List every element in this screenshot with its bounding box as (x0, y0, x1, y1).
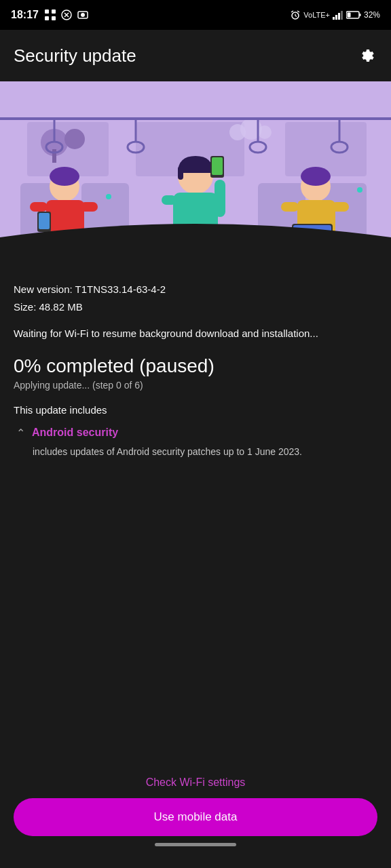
status-icons-right: VoLTE+ 32% (290, 9, 380, 20)
hero-image (0, 81, 391, 264)
svg-rect-10 (338, 13, 340, 20)
svg-point-66 (357, 187, 362, 193)
svg-rect-2 (45, 16, 49, 20)
battery-percent: 32% (364, 10, 380, 20)
alarm-icon (290, 9, 301, 20)
security-description: includes updates of Android security pat… (16, 445, 377, 459)
svg-rect-44 (80, 202, 98, 212)
nfc-icon (60, 9, 73, 21)
screen-record-icon (77, 9, 89, 21)
security-section: ⌃ Android security includes updates of A… (14, 427, 377, 459)
svg-rect-55 (162, 195, 176, 205)
svg-rect-3 (52, 16, 56, 20)
svg-rect-48 (178, 166, 183, 180)
update-includes-label: This update includes (14, 404, 377, 416)
svg-rect-1 (52, 9, 56, 14)
svg-rect-9 (335, 15, 337, 20)
svg-rect-0 (45, 9, 49, 14)
network-type: VoLTE+ (303, 11, 330, 19)
transit-illustration-svg (0, 81, 391, 264)
home-indicator (155, 843, 236, 846)
app-header: Security update (0, 30, 391, 81)
svg-rect-8 (333, 17, 335, 20)
battery-icon (346, 11, 361, 19)
page-title: Security update (14, 45, 136, 66)
signal-icon (333, 10, 343, 20)
svg-rect-62 (331, 202, 349, 212)
bottom-section: Check Wi-Fi settings Use mobile data (0, 766, 391, 868)
progress-step-text: Applying update... (step 0 of 6) (14, 380, 377, 391)
svg-point-24 (258, 125, 272, 139)
content-area: New version: T1TNS33.14-63-4-2 Size: 48.… (0, 264, 391, 459)
svg-point-57 (301, 167, 331, 186)
svg-point-65 (106, 194, 111, 199)
svg-rect-11 (341, 11, 343, 20)
wifi-settings-link[interactable]: Check Wi-Fi settings (14, 776, 377, 789)
svg-point-39 (50, 167, 79, 186)
gear-icon (357, 46, 376, 65)
android-security-title: Android security (32, 427, 118, 439)
svg-point-6 (81, 13, 85, 17)
svg-point-21 (64, 129, 85, 149)
mobile-data-button[interactable]: Use mobile data (14, 798, 377, 836)
version-text: New version: T1TNS33.14-63-4-2 (14, 281, 377, 298)
status-bar: 18:17 (0, 0, 391, 30)
progress-percentage: 0% completed (paused) (14, 355, 377, 377)
chevron-up-icon: ⌃ (16, 427, 25, 439)
size-text: Size: 48.82 MB (14, 298, 377, 316)
svg-rect-13 (359, 14, 360, 16)
security-header[interactable]: ⌃ Android security (16, 427, 377, 439)
svg-rect-20 (52, 149, 56, 163)
grid-icon (44, 9, 56, 21)
svg-rect-43 (30, 202, 48, 212)
wifi-waiting-text: Waiting for Wi-Fi to resume background d… (14, 326, 377, 342)
status-time: 18:17 (11, 9, 39, 21)
svg-rect-46 (39, 213, 50, 229)
svg-rect-54 (212, 157, 223, 175)
svg-rect-61 (281, 202, 299, 212)
svg-rect-18 (285, 122, 367, 176)
settings-button[interactable] (353, 42, 380, 69)
version-info: New version: T1TNS33.14-63-4-2 Size: 48.… (14, 281, 377, 315)
status-icons-left (44, 9, 89, 21)
svg-rect-14 (347, 13, 350, 18)
svg-rect-52 (215, 180, 225, 217)
